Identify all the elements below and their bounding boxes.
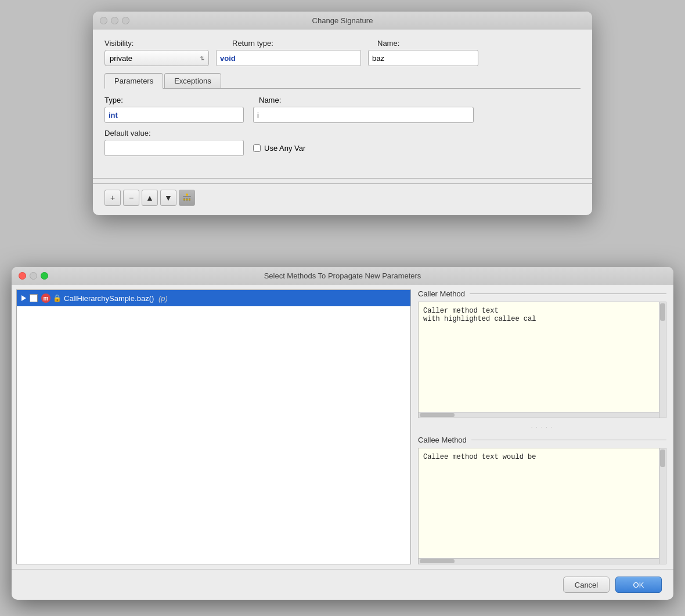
svg-rect-1 xyxy=(183,196,191,197)
use-any-var-row: Use Any Var xyxy=(253,144,305,153)
callee-scrollbar-v[interactable] xyxy=(659,448,666,564)
callee-scrollbar-h[interactable] xyxy=(419,558,659,564)
name-input[interactable] xyxy=(368,50,478,66)
svg-point-8 xyxy=(189,199,190,201)
tree-item-0[interactable]: m 🔒 CallHierarchySample.baz() (p) xyxy=(17,290,410,306)
svg-point-7 xyxy=(186,199,188,201)
caller-scrollbar-v[interactable] xyxy=(659,302,666,418)
caller-method-title: Caller Method xyxy=(418,289,666,298)
settings-button[interactable] xyxy=(179,190,195,206)
caller-scrollbar-thumb-v[interactable] xyxy=(660,303,665,321)
callee-method-title: Callee Method xyxy=(418,436,666,444)
move-down-button[interactable]: ▼ xyxy=(160,190,176,206)
svg-point-5 xyxy=(186,194,188,196)
remove-param-button[interactable]: − xyxy=(123,190,139,206)
tab-exceptions[interactable]: Exceptions xyxy=(164,73,221,88)
propagate-footer: Cancel OK xyxy=(12,569,673,600)
maximize-button-icon[interactable] xyxy=(122,17,129,24)
sig-labels-row: Visibility: Return type: Name: xyxy=(104,39,581,48)
params-labels-row: Type: Name: xyxy=(104,96,581,104)
propagate-titlebar: Select Methods To Propagate New Paramete… xyxy=(12,267,673,285)
tab-parameters[interactable]: Parameters xyxy=(104,73,163,89)
change-sig-titlebar: Change Signature xyxy=(93,12,592,30)
tree-item-italic: (p) xyxy=(158,294,168,303)
return-type-input[interactable] xyxy=(216,50,361,66)
propagate-traffic-lights xyxy=(19,272,48,280)
propagate-title: Select Methods To Propagate New Paramete… xyxy=(264,271,421,280)
name-label: Name: xyxy=(377,39,399,48)
param-name-label: Name: xyxy=(259,96,281,104)
lock-icon: 🔒 xyxy=(53,294,62,302)
param-name-input[interactable] xyxy=(253,107,474,123)
type-input[interactable] xyxy=(104,107,244,123)
callee-method-text: Callee method text would be xyxy=(423,453,661,468)
up-arrow-icon: ▲ xyxy=(146,193,154,202)
splitter-handle[interactable]: · · · · · xyxy=(418,423,666,431)
visibility-label: Visibility: xyxy=(104,39,134,48)
plus-icon: + xyxy=(110,193,115,202)
propagate-right-panel: Caller Method Caller method text with hi… xyxy=(411,285,673,569)
type-label: Type: xyxy=(104,96,123,104)
sig-inputs-row: private public protected package-private xyxy=(104,50,581,66)
propagate-close-button[interactable] xyxy=(19,272,26,280)
cancel-button[interactable]: Cancel xyxy=(563,577,610,593)
default-value-input[interactable] xyxy=(104,140,244,156)
callee-method-section: Callee Method Callee method text would b… xyxy=(418,436,666,564)
visibility-select-wrap[interactable]: private public protected package-private xyxy=(104,50,209,66)
settings-icon xyxy=(182,193,192,202)
callee-scrollbar-thumb-h[interactable] xyxy=(420,559,455,563)
minimize-button-icon[interactable] xyxy=(111,17,118,24)
caller-method-text-area[interactable]: Caller method text with highlighted call… xyxy=(418,302,666,418)
use-any-var-label: Use Any Var xyxy=(264,144,305,153)
change-sig-body: Visibility: Return type: Name: private p… xyxy=(93,30,592,173)
return-type-label: Return type: xyxy=(232,39,273,48)
close-button-icon[interactable] xyxy=(100,17,107,24)
tree-item-checkbox[interactable] xyxy=(30,294,38,302)
propagate-maximize-button[interactable] xyxy=(41,272,48,280)
caller-scrollbar-thumb-h[interactable] xyxy=(420,413,455,417)
tree-expand-icon xyxy=(21,295,26,301)
default-row: Use Any Var xyxy=(104,140,581,156)
caller-method-text: Caller method text with highlighted call… xyxy=(423,307,661,330)
change-signature-dialog: Change Signature Visibility: Return type… xyxy=(93,12,592,215)
method-tree[interactable]: m 🔒 CallHierarchySample.baz() (p) xyxy=(16,289,411,564)
propagate-body: m 🔒 CallHierarchySample.baz() (p) Caller… xyxy=(12,285,673,569)
traffic-lights xyxy=(100,17,129,24)
params-inputs-row xyxy=(104,107,581,123)
change-sig-title: Change Signature xyxy=(312,16,373,25)
method-icon: m xyxy=(41,293,51,303)
propagate-minimize-button[interactable] xyxy=(30,272,37,280)
svg-point-6 xyxy=(183,199,185,201)
visibility-select[interactable]: private public protected package-private xyxy=(104,50,209,66)
caller-scrollbar-h[interactable] xyxy=(419,412,659,418)
add-param-button[interactable]: + xyxy=(104,190,121,206)
minus-icon: − xyxy=(129,193,134,202)
tab-bar: Parameters Exceptions xyxy=(104,73,581,89)
move-up-button[interactable]: ▲ xyxy=(142,190,158,206)
callee-method-text-area[interactable]: Callee method text would be xyxy=(418,448,666,564)
params-toolbar: + − ▲ ▼ xyxy=(93,183,592,206)
use-any-var-checkbox[interactable] xyxy=(253,144,261,152)
default-value-label: Default value: xyxy=(104,129,581,137)
caller-method-section: Caller Method Caller method text with hi… xyxy=(418,289,666,418)
ok-button[interactable]: OK xyxy=(615,577,662,593)
tree-item-label: CallHierarchySample.baz() xyxy=(64,294,156,303)
propagate-dialog: Select Methods To Propagate New Paramete… xyxy=(12,267,673,600)
callee-scrollbar-thumb-v[interactable] xyxy=(660,450,665,467)
down-arrow-icon: ▼ xyxy=(164,193,172,202)
